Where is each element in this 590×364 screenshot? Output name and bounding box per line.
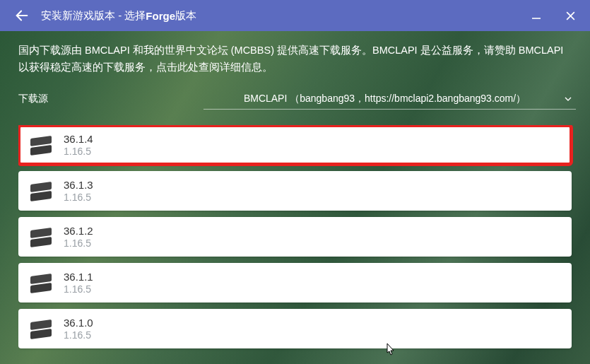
forge-icon <box>28 178 54 204</box>
version-number: 36.1.2 <box>64 225 93 237</box>
source-selected-value: BMCLAPI （bangbang93，https://bmclapi2.ban… <box>244 93 526 105</box>
title-suffix: 版本 <box>175 9 196 23</box>
forge-icon <box>28 132 54 158</box>
close-icon <box>565 11 576 21</box>
forge-icon <box>28 224 54 249</box>
version-texts: 36.1.11.16.5 <box>64 271 93 295</box>
version-number: 36.1.0 <box>64 317 93 329</box>
arrow-left-icon <box>14 8 30 23</box>
title-bold: Forge <box>146 10 175 22</box>
source-select[interactable]: BMCLAPI （bangbang93，https://bmclapi2.ban… <box>203 89 576 110</box>
version-number: 36.1.4 <box>64 133 93 145</box>
source-label: 下载源 <box>18 93 203 110</box>
version-item[interactable]: 36.1.11.16.5 <box>18 263 572 303</box>
chevron-down-icon <box>565 92 572 103</box>
version-texts: 36.1.01.16.5 <box>64 317 93 341</box>
minecraft-version: 1.16.5 <box>64 283 93 295</box>
minecraft-version: 1.16.5 <box>64 146 93 157</box>
forge-icon <box>28 270 54 295</box>
titlebar: 安装新游戏版本 - 选择 Forge 版本 <box>0 0 590 31</box>
source-row: 下载源 BMCLAPI （bangbang93，https://bmclapi2… <box>18 89 576 110</box>
minimize-icon <box>531 11 541 20</box>
version-list[interactable]: 36.1.41.16.536.1.31.16.536.1.21.16.536.1… <box>18 125 576 364</box>
forge-icon <box>28 316 54 341</box>
minecraft-version: 1.16.5 <box>64 192 93 203</box>
version-item[interactable]: 36.1.31.16.5 <box>18 171 572 211</box>
minecraft-version: 1.16.5 <box>64 329 93 341</box>
version-item[interactable]: 36.1.01.16.5 <box>18 309 572 348</box>
version-texts: 36.1.21.16.5 <box>64 225 93 249</box>
version-item[interactable]: 36.1.21.16.5 <box>18 217 572 257</box>
title-prefix: 安装新游戏版本 - 选择 <box>41 9 146 23</box>
minimize-button[interactable] <box>522 4 550 28</box>
version-number: 36.1.3 <box>64 179 93 191</box>
version-number: 36.1.1 <box>64 271 93 283</box>
window-controls <box>522 4 584 28</box>
info-text[interactable]: 国内下载源由 BMCLAPI 和我的世界中文论坛 (MCBBS) 提供高速下载服… <box>18 42 576 76</box>
minecraft-version: 1.16.5 <box>64 237 93 249</box>
version-item[interactable]: 36.1.41.16.5 <box>18 125 572 165</box>
install-forge-window: 安装新游戏版本 - 选择 Forge 版本 国内下载源由 BMCLAPI 和我的… <box>0 0 590 364</box>
version-texts: 36.1.31.16.5 <box>64 179 93 203</box>
version-texts: 36.1.41.16.5 <box>64 133 93 157</box>
back-button[interactable] <box>10 4 34 28</box>
content-area: 国内下载源由 BMCLAPI 和我的世界中文论坛 (MCBBS) 提供高速下载服… <box>0 31 590 364</box>
close-button[interactable] <box>556 4 584 28</box>
window-title: 安装新游戏版本 - 选择 Forge 版本 <box>41 9 522 23</box>
